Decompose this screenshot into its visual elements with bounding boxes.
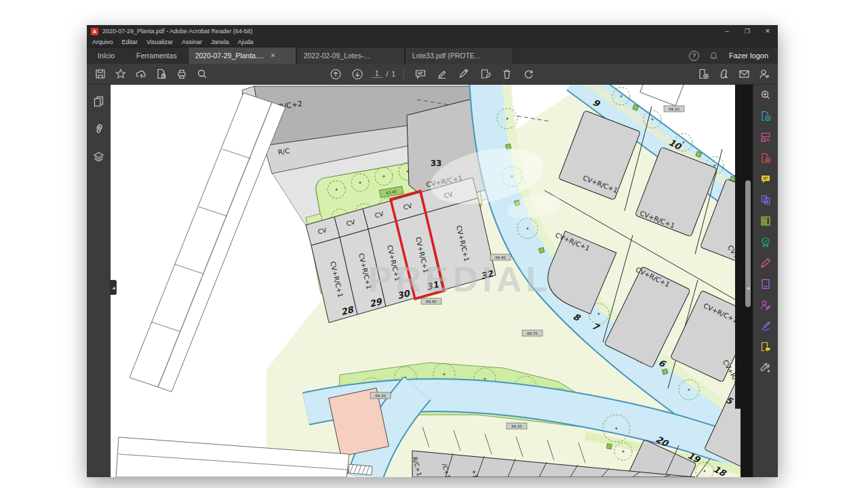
collapse-right-panel-arrow[interactable]: ◀: [744, 281, 752, 293]
tab-doc-lotes[interactable]: 2022-02-09_Lotes-...: [296, 47, 405, 64]
create-pdf-button[interactable]: [760, 152, 772, 163]
tab-close-icon[interactable]: ✕: [271, 52, 276, 59]
close-button[interactable]: ✕: [757, 25, 778, 37]
sign-tool-button[interactable]: [456, 66, 472, 82]
lot-33-number: 33: [431, 159, 442, 168]
find-button[interactable]: [194, 66, 210, 82]
cloud-upload-icon: [136, 68, 147, 79]
previous-page-button[interactable]: [328, 66, 344, 82]
print-button[interactable]: [174, 66, 190, 82]
maximize-button[interactable]: ❐: [737, 25, 757, 37]
export-pdf-icon: [760, 110, 771, 121]
comment-tool-button[interactable]: [412, 66, 429, 82]
svg-text:64.45: 64.45: [426, 300, 437, 304]
tab-doc-planta[interactable]: 2020-07-29_Planta.... ✕: [188, 47, 296, 64]
fill-sign-tool-button[interactable]: [477, 66, 494, 82]
pdf-canvas[interactable]: ◀ R/C+1 R/C+2 R/C: [111, 85, 743, 477]
zoom-icon: [760, 89, 771, 100]
title-bar: A 2020-07-29_Planta.pdf - Adobe Acrobat …: [87, 25, 778, 37]
marquee-zoom-button[interactable]: [760, 89, 772, 100]
vertical-scrollbar[interactable]: ◀: [743, 85, 753, 477]
redo-arrow-icon: [524, 68, 534, 79]
layers-icon: [93, 151, 104, 163]
protect-document-button[interactable]: [153, 66, 170, 82]
page-thumbnails-button[interactable]: [90, 93, 106, 109]
window-title: 2020-07-29_Planta.pdf - Adobe Acrobat Re…: [102, 28, 713, 35]
pdf-tools-button[interactable]: [695, 66, 711, 82]
minimize-button[interactable]: –: [717, 25, 737, 37]
collapse-left-panel-arrow[interactable]: ◀: [111, 280, 117, 295]
next-page-button[interactable]: [349, 66, 366, 82]
fazer-logon-button[interactable]: Fazer logon: [729, 52, 768, 60]
tab-doc-lote33[interactable]: Lote33.pdf (PROTE...: [405, 47, 513, 64]
email-button[interactable]: [736, 66, 752, 82]
acrobat-window: A 2020-07-29_Planta.pdf - Adobe Acrobat …: [87, 25, 778, 476]
left-panel-bar: [87, 85, 111, 477]
combine-files-button[interactable]: [760, 195, 772, 205]
menu-visualizar[interactable]: Visualizar: [146, 39, 173, 45]
menu-janela[interactable]: Janela: [211, 39, 229, 45]
person-add-icon: [759, 68, 770, 79]
help-icon[interactable]: ?: [689, 51, 699, 61]
marker-pen-icon: [760, 258, 771, 268]
page-lock-icon: [156, 68, 167, 79]
star-button[interactable]: [113, 66, 129, 82]
save-button[interactable]: [92, 66, 108, 82]
add-account-button[interactable]: [756, 66, 772, 82]
certificate-seal-icon: [760, 237, 771, 247]
save-icon: [95, 68, 106, 79]
create-pdf-icon: [760, 152, 771, 163]
menu-assinar[interactable]: Assinar: [182, 39, 202, 45]
page-down-icon: [352, 68, 363, 80]
paperclip-icon: [93, 123, 104, 135]
organize-pages-icon: [760, 216, 771, 226]
printer-icon: [176, 68, 187, 79]
envelope-icon: [738, 68, 750, 79]
fill-and-sign-button[interactable]: [760, 321, 772, 331]
highlighter-icon: [437, 68, 448, 79]
link-icon: [718, 68, 730, 79]
svg-text:64.75: 64.75: [527, 331, 538, 336]
trash-icon: [502, 68, 513, 79]
more-tools-button[interactable]: [760, 363, 772, 373]
main-toolbar: 1 / 1: [87, 64, 778, 85]
site-plan-drawing: R/C+1 R/C+2 R/C: [111, 85, 743, 477]
redact-button[interactable]: [760, 258, 772, 268]
redo-tool-button[interactable]: [521, 66, 537, 82]
highlight-tool-button[interactable]: [434, 66, 450, 82]
page-up-icon: [330, 68, 342, 80]
create-pdf-from-files-button[interactable]: [760, 131, 772, 142]
menu-editar[interactable]: Editar: [122, 39, 138, 45]
pages-icon: [93, 96, 104, 107]
comment-bubble-icon: [414, 68, 426, 79]
send-for-comments-button[interactable]: [760, 342, 772, 352]
page-pencil-icon: [480, 68, 491, 79]
ink-pen-icon: [458, 68, 469, 79]
menu-arquivo[interactable]: Arquivo: [92, 39, 113, 45]
tab-inicio[interactable]: Início: [87, 47, 125, 64]
tab-ferramentas[interactable]: Ferramentas: [125, 47, 188, 64]
certificates-button[interactable]: [760, 300, 772, 310]
organize-pages-button[interactable]: [760, 216, 772, 226]
svg-text:64.35: 64.35: [511, 424, 522, 428]
export-pdf-button[interactable]: [760, 110, 772, 121]
menu-ajuda[interactable]: Ajuda: [237, 39, 253, 45]
prepare-form-button[interactable]: [760, 279, 772, 289]
attachments-button[interactable]: [90, 121, 106, 137]
cloud-upload-button[interactable]: [133, 66, 149, 82]
wrench-plus-icon: [760, 363, 771, 373]
page-divider: /: [387, 70, 389, 78]
comment-panel-button[interactable]: [760, 174, 772, 184]
pdf-standards-button[interactable]: [760, 237, 772, 247]
pdf-tools-icon: [698, 68, 709, 79]
star-icon: [115, 68, 126, 79]
watermark-text: PREDIAL: [368, 260, 551, 299]
comment-icon: [760, 174, 771, 184]
acrobat-pdf-icon: A: [91, 28, 98, 35]
share-link-button[interactable]: [715, 66, 732, 82]
layers-button[interactable]: [90, 148, 106, 165]
delete-tool-button[interactable]: [499, 66, 515, 82]
page-number-input[interactable]: 1: [371, 70, 383, 78]
page-total: 1: [391, 70, 395, 78]
notifications-bell-icon[interactable]: [709, 51, 719, 60]
